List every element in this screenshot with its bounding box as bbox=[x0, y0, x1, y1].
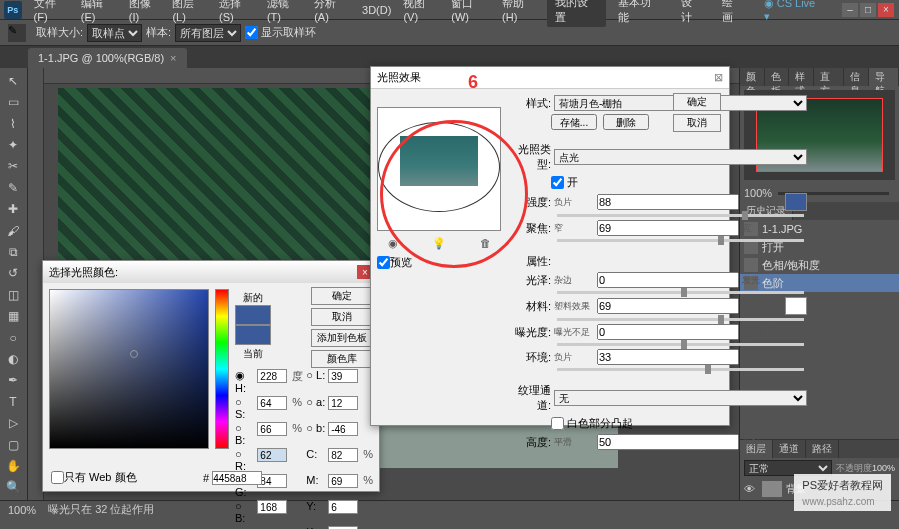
eyedropper-tool[interactable]: ✎ bbox=[2, 178, 24, 197]
l-input[interactable] bbox=[328, 369, 358, 383]
color-libs-button[interactable]: 颜色库 bbox=[311, 350, 373, 368]
light-add-icon[interactable]: ◉ bbox=[385, 235, 401, 251]
window-min[interactable]: – bbox=[842, 3, 858, 17]
menu-file[interactable]: 文件(F) bbox=[28, 0, 75, 25]
gradient-tool[interactable]: ▦ bbox=[2, 306, 24, 325]
document-tab[interactable]: 1-1.JPG @ 100%(RGB/8)× bbox=[28, 48, 187, 68]
a-input[interactable] bbox=[328, 396, 358, 410]
s-input[interactable] bbox=[257, 396, 287, 410]
show-ring-checkbox[interactable]: 显示取样环 bbox=[245, 25, 316, 40]
r-input[interactable] bbox=[257, 448, 287, 462]
wand-tool[interactable]: ✦ bbox=[2, 135, 24, 154]
pen-tool[interactable]: ✒ bbox=[2, 371, 24, 390]
menu-filter[interactable]: 滤镜(T) bbox=[261, 0, 308, 25]
hand-tool[interactable]: ✋ bbox=[2, 456, 24, 475]
layer-thumbnail[interactable] bbox=[762, 481, 782, 497]
light-type-select[interactable]: 点光 bbox=[554, 149, 807, 165]
cslive-button[interactable]: ◉ CS Live ▾ bbox=[756, 0, 831, 25]
material-input[interactable] bbox=[597, 298, 739, 314]
heal-tool[interactable]: ✚ bbox=[2, 199, 24, 218]
move-tool[interactable]: ↖ bbox=[2, 71, 24, 90]
gloss-input[interactable] bbox=[597, 272, 739, 288]
zoom-tool[interactable]: 🔍 bbox=[2, 478, 24, 497]
panel-tab-histogram[interactable]: 直方图 bbox=[814, 68, 844, 86]
dialog-titlebar[interactable]: 光照效果 ⊠ bbox=[371, 67, 729, 89]
gloss-slider[interactable] bbox=[557, 291, 804, 294]
status-zoom[interactable]: 100% bbox=[8, 504, 36, 516]
cancel-button[interactable]: 取消 bbox=[673, 114, 721, 132]
bl-input[interactable] bbox=[257, 500, 287, 514]
light-bulb-icon[interactable]: 💡 bbox=[431, 235, 447, 251]
workspace-paint[interactable]: 绘画 bbox=[714, 0, 752, 27]
panel-tab-swatches[interactable]: 色板 bbox=[765, 68, 790, 86]
exposure-slider[interactable] bbox=[557, 343, 804, 346]
hex-input[interactable] bbox=[212, 471, 262, 485]
sample-size-select[interactable]: 取样点 bbox=[87, 24, 142, 42]
cancel-button[interactable]: 取消 bbox=[311, 308, 373, 326]
panel-tab-info[interactable]: 信息 bbox=[844, 68, 869, 86]
ok-button[interactable]: 确定 bbox=[673, 93, 721, 111]
marquee-tool[interactable]: ▭ bbox=[2, 92, 24, 111]
web-only-checkbox[interactable]: 只有 Web 颜色 bbox=[51, 470, 137, 485]
material-color-swatch[interactable] bbox=[785, 297, 807, 315]
crop-tool[interactable]: ✂ bbox=[2, 157, 24, 176]
panel-tab-navigator[interactable]: 导航器 bbox=[869, 68, 899, 86]
panel-tab-color[interactable]: 颜色 bbox=[740, 68, 765, 86]
hue-slider[interactable] bbox=[215, 289, 229, 449]
brush-tool[interactable]: 🖌 bbox=[2, 221, 24, 240]
delete-button[interactable]: 删除 bbox=[603, 114, 649, 130]
material-slider[interactable] bbox=[557, 318, 804, 321]
y-input[interactable] bbox=[328, 500, 358, 514]
intensity-input[interactable] bbox=[597, 194, 739, 210]
menu-layer[interactable]: 图层(L) bbox=[166, 0, 213, 25]
height-input[interactable] bbox=[597, 434, 739, 450]
intensity-slider[interactable] bbox=[557, 214, 804, 217]
sample-layers-select[interactable]: 所有图层 bbox=[175, 24, 241, 42]
workspace-mysettings[interactable]: 我的设置 bbox=[547, 0, 606, 27]
menu-analysis[interactable]: 分析(A) bbox=[308, 0, 356, 25]
light-color-swatch[interactable] bbox=[785, 193, 807, 211]
workspace-basic[interactable]: 基本功能 bbox=[610, 0, 669, 27]
light-on-checkbox[interactable]: 开 bbox=[551, 175, 807, 190]
eraser-tool[interactable]: ◫ bbox=[2, 285, 24, 304]
menu-select[interactable]: 选择(S) bbox=[213, 0, 261, 25]
menu-edit[interactable]: 编辑(E) bbox=[75, 0, 123, 25]
white-high-checkbox[interactable]: 白色部分凸起 bbox=[551, 416, 807, 431]
shape-tool[interactable]: ▢ bbox=[2, 435, 24, 454]
focus-input[interactable] bbox=[597, 220, 739, 236]
lasso-tool[interactable]: ⌇ bbox=[2, 114, 24, 133]
eyedropper-icon[interactable]: ✎ bbox=[8, 24, 26, 42]
preview-checkbox[interactable]: 预览 bbox=[377, 255, 501, 270]
ambience-input[interactable] bbox=[597, 349, 739, 365]
path-tool[interactable]: ▷ bbox=[2, 414, 24, 433]
close-tab-icon[interactable]: × bbox=[170, 52, 176, 64]
focus-slider[interactable] bbox=[557, 239, 804, 242]
history-brush[interactable]: ↺ bbox=[2, 264, 24, 283]
c-input[interactable] bbox=[328, 448, 358, 462]
type-tool[interactable]: T bbox=[2, 392, 24, 411]
m-input[interactable] bbox=[328, 474, 358, 488]
light-delete-icon[interactable]: 🗑 bbox=[477, 235, 493, 251]
ambience-slider[interactable] bbox=[557, 368, 804, 371]
blur-tool[interactable]: ○ bbox=[2, 328, 24, 347]
menu-3d[interactable]: 3D(D) bbox=[356, 2, 397, 18]
ok-button[interactable]: 确定 bbox=[311, 287, 373, 305]
panel-tab-styles[interactable]: 样式 bbox=[789, 68, 814, 86]
stamp-tool[interactable]: ⧉ bbox=[2, 242, 24, 261]
close-icon[interactable]: ⊠ bbox=[714, 71, 723, 84]
b-input[interactable] bbox=[257, 422, 287, 436]
color-field[interactable] bbox=[49, 289, 209, 449]
texture-select[interactable]: 无 bbox=[554, 390, 807, 406]
window-close[interactable]: × bbox=[878, 3, 894, 17]
dialog-titlebar[interactable]: 选择光照颜色: × bbox=[43, 261, 379, 283]
light-preview[interactable] bbox=[377, 107, 501, 231]
add-swatch-button[interactable]: 添加到色板 bbox=[311, 329, 373, 347]
visibility-icon[interactable]: 👁 bbox=[744, 483, 758, 495]
dodge-tool[interactable]: ◐ bbox=[2, 349, 24, 368]
workspace-design[interactable]: 设计 bbox=[673, 0, 711, 27]
exposure-input[interactable] bbox=[597, 324, 739, 340]
window-max[interactable]: □ bbox=[860, 3, 876, 17]
save-button[interactable]: 存储... bbox=[551, 114, 597, 130]
menu-view[interactable]: 视图(V) bbox=[397, 0, 445, 25]
lab-b-input[interactable] bbox=[328, 422, 358, 436]
